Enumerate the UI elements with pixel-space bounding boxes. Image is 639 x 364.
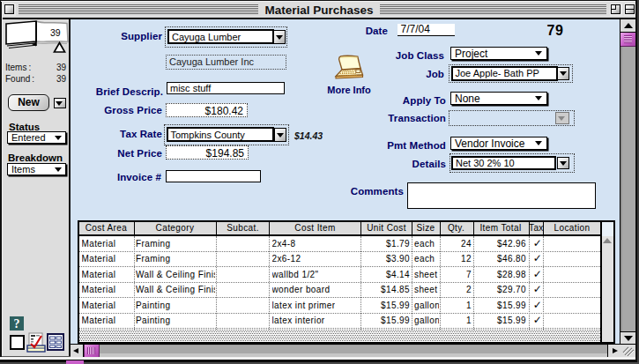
svg-text:39: 39: [50, 27, 61, 38]
svg-text:?: ?: [14, 317, 20, 331]
